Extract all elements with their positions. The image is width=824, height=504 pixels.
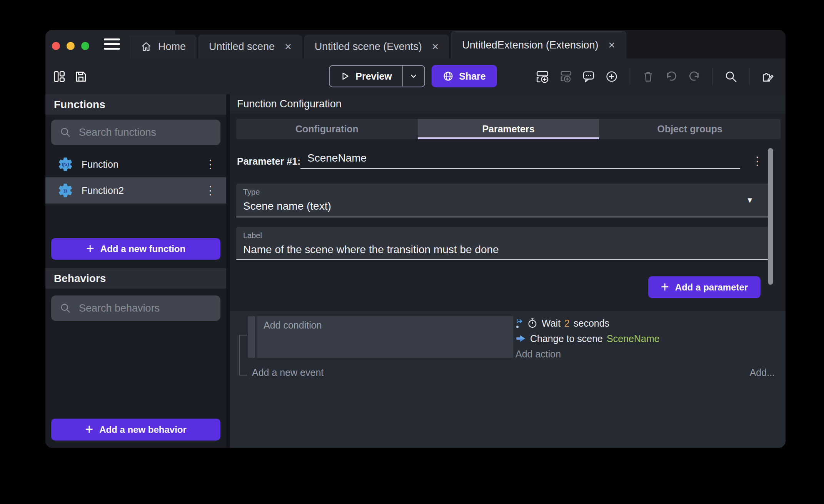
add-behavior-button[interactable]: + Add a new behavior [51,419,220,441]
tab-home[interactable]: Home [130,35,197,58]
toolbar: Preview Share [45,58,786,94]
wait-action-row[interactable]: Wait 2 seconds [515,315,660,331]
share-button[interactable]: Share [432,65,497,87]
desktop-background: Home Untitled scene × Untitled scene (Ev… [0,0,824,504]
share-label: Share [459,71,485,82]
search-icon [60,127,71,138]
project-manager-icon[interactable] [53,70,66,83]
undo-icon[interactable] [665,70,678,83]
search-icon [60,302,71,314]
delete-icon[interactable] [642,70,655,83]
function-item-menu-icon[interactable]: ⋮ [205,159,216,170]
label-input[interactable]: Label Name of the scene where the transi… [236,227,770,260]
add-condition-label[interactable]: Add condition [264,320,322,331]
add-comment-icon[interactable] [582,70,595,83]
event-actions-area: Wait 2 seconds Change to scene SceneName [515,315,660,362]
tab-label: Untitled scene (Events) [315,41,422,53]
add-function-label: Add a new function [100,244,185,254]
event-drag-handle[interactable] [248,316,255,358]
add-function-button[interactable]: + Add a new function [51,238,220,260]
add-action-row[interactable]: Add action [515,346,660,362]
chevron-down-icon [409,72,418,80]
add-parameter-button[interactable]: + Add a parameter [648,276,761,298]
tab-untitled-scene[interactable]: Untitled scene × [198,35,302,58]
main-panel: Function Configuration Configuration Par… [230,94,786,448]
search-behaviors-placeholder: Search behaviors [79,302,160,314]
tab-label: Parameters [482,123,534,135]
label-field-label: Label [243,231,262,240]
close-tab-icon[interactable]: × [609,39,615,51]
save-icon[interactable] [74,70,87,83]
tab-label: Configuration [295,123,359,135]
label-field-value: Name of the scene where the transition m… [243,244,499,256]
add-event-icon[interactable] [536,70,549,83]
function-list-item-selected[interactable]: » Function2 ⋮ [45,177,226,204]
search-behaviors-input[interactable]: Search behaviors [51,295,220,321]
close-window-button[interactable] [52,42,60,50]
svg-text:»: » [63,186,68,195]
tab-untitled-scene-events[interactable]: Untitled scene (Events) × [304,35,450,58]
tab-parameters[interactable]: Parameters [418,119,599,139]
add-new-event-button[interactable]: Add a new event [252,367,324,378]
main-menu-icon[interactable] [104,38,120,50]
stopwatch-icon [527,318,538,329]
function-list-item[interactable]: f(x) Function ⋮ [45,151,226,177]
parameter-name-input[interactable]: SceneName [300,150,740,169]
events-sheet: Add condition Wait [230,311,786,448]
function-item-menu-icon[interactable]: ⋮ [205,185,216,196]
function2-icon: » [57,182,74,199]
parameter-number-label: Parameter #1: [237,156,300,167]
parameters-scrollbar[interactable] [768,148,773,285]
tab-configuration[interactable]: Configuration [236,119,418,139]
svg-text:f(x): f(x) [62,162,69,167]
preview-label: Preview [355,71,392,82]
add-behavior-label: Add a new behavior [99,424,187,435]
tab-untitled-extension[interactable]: UntitledExtension (Extension) × [451,31,626,58]
change-scene-icon [515,333,526,344]
search-functions-input[interactable]: Search functions [51,120,220,145]
add-other-events-icon[interactable] [605,70,618,83]
toolbar-divider [630,68,630,85]
preview-button[interactable]: Preview [329,65,425,87]
event-conditions-area[interactable]: Add condition [257,316,513,358]
minimize-window-button[interactable] [67,42,75,50]
active-tab-underline [418,137,599,139]
toolbar-divider [712,68,713,85]
preview-button-main[interactable]: Preview [330,66,402,87]
function-item-label: Function [82,159,205,170]
add-action-label: Add action [515,349,561,360]
tab-label: Home [158,41,186,53]
zoom-window-button[interactable] [81,42,89,50]
edit-extension-icon[interactable] [761,70,774,83]
change-scene-action-row[interactable]: Change to scene SceneName [515,331,660,346]
parameter-menu-icon[interactable]: ⋮ [752,154,763,168]
change-scene-text: Change to scene [530,333,603,344]
tab-label: Untitled scene [209,41,275,53]
dropdown-caret-icon: ▼ [746,196,754,205]
wait-action-unit: seconds [574,318,609,329]
search-functions-placeholder: Search functions [79,127,156,139]
type-select[interactable]: Type Scene name (text) ▼ [236,184,770,217]
function-item-label: Function2 [82,185,205,196]
add-more-button[interactable]: Add... [750,367,775,378]
home-icon [140,41,152,52]
async-icon [515,318,523,329]
tab-label: Object groups [657,123,722,135]
tab-bar: Home Untitled scene × Untitled scene (Ev… [130,31,626,58]
preview-dropdown-button[interactable] [402,66,424,87]
close-tab-icon[interactable]: × [432,41,439,52]
close-tab-icon[interactable]: × [285,41,292,52]
toolbar-right-icons [536,58,774,94]
tab-object-groups[interactable]: Object groups [599,119,781,139]
globe-icon [443,71,454,82]
behaviors-header-label: Behaviors [54,272,106,285]
function-configuration-header: Function Configuration [230,94,786,113]
content-area: Functions Search functions f(x) Function [45,94,786,448]
function-configuration-title: Function Configuration [237,98,342,110]
add-parameter-label: Add a parameter [675,282,748,293]
add-subevent-icon[interactable] [559,70,572,83]
functions-header-label: Functions [54,98,105,111]
redo-icon[interactable] [688,70,701,83]
search-icon[interactable] [724,70,737,83]
behaviors-section-header: Behaviors [45,268,226,289]
